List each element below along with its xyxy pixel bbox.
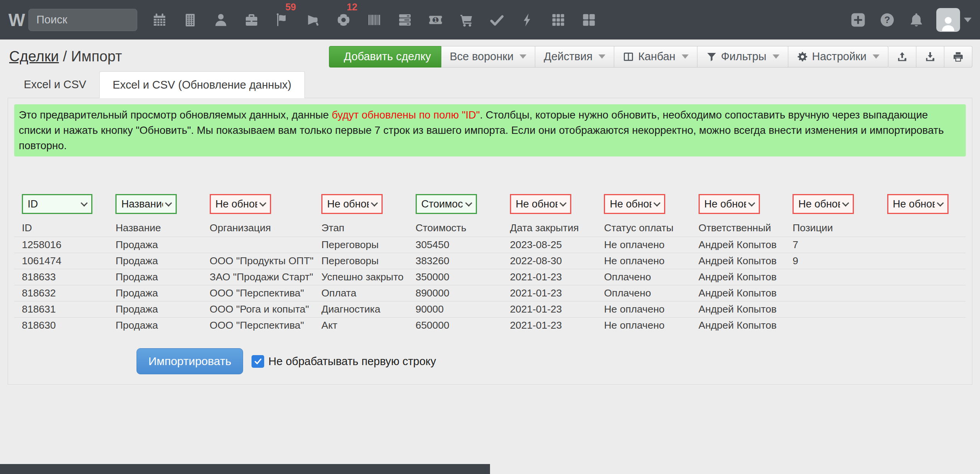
add-square-button[interactable] <box>844 0 873 40</box>
app-logo[interactable]: W <box>8 10 28 30</box>
table-cell: Не оплачено <box>596 253 691 269</box>
table-cell: Андрей Копытов <box>691 285 785 301</box>
chevron-down-icon <box>842 199 849 206</box>
skip-first-row-checkbox[interactable] <box>252 355 264 368</box>
breadcrumb: Сделки / Импорт <box>9 48 122 65</box>
toolbar-button-label: Настройки <box>812 50 867 63</box>
chevron-down-icon <box>259 199 266 206</box>
column-mapping-select-5[interactable]: Стоимость <box>416 194 477 214</box>
table-cell <box>880 253 966 269</box>
column-mapping-select-4[interactable]: Не обновлять <box>321 194 383 214</box>
page-head: Сделки / Импорт Добавить сделку Все воро… <box>0 40 980 71</box>
briefcase-nav-button[interactable] <box>236 0 267 40</box>
megaphone-nav-button[interactable] <box>298 0 328 40</box>
toolbar-button-фильтры[interactable]: Фильтры <box>697 46 788 67</box>
banknote-nav-button[interactable]: 1 <box>420 0 451 40</box>
contact-nav-button[interactable] <box>206 0 236 40</box>
print-button[interactable] <box>944 46 972 67</box>
add-deal-button[interactable]: Добавить сделку <box>329 46 441 67</box>
grid-4-icon <box>581 12 597 28</box>
cart-icon <box>459 12 474 28</box>
column-mapping-select-3[interactable]: Не обновлять <box>210 194 271 214</box>
table-cell: 2021-01-23 <box>502 285 596 301</box>
table-cell: 1061474 <box>14 253 108 269</box>
upload-button[interactable] <box>888 46 916 67</box>
avatar[interactable] <box>936 8 960 32</box>
import-preview-table: IDНазваниеНе обновлятьНе обновлятьСтоимо… <box>14 194 966 333</box>
table-cell: 350000 <box>408 269 502 285</box>
calendar-nav-button[interactable] <box>144 0 175 40</box>
download-button[interactable] <box>916 46 944 67</box>
column-mapping-select-1[interactable]: ID <box>22 194 92 214</box>
add-deal-label: Добавить сделку <box>344 50 431 63</box>
chevron-down-icon <box>773 54 779 59</box>
table-cell: Андрей Копытов <box>691 317 785 333</box>
kanban-icon <box>623 51 634 63</box>
chevron-down-icon <box>599 54 605 59</box>
chevron-down-icon <box>964 18 972 22</box>
column-mapping-select-2[interactable]: Название <box>115 194 177 214</box>
table-cell: 383260 <box>408 253 502 269</box>
table-cell: ООО "Рога и копыта" <box>202 301 314 317</box>
table-cell: Оплачено <box>596 285 691 301</box>
column-mapping-select-9[interactable]: Не обновлять <box>793 194 854 214</box>
toolbar-button-канбан[interactable]: Канбан <box>614 46 697 67</box>
mapping-select-value: Не обновлять <box>327 198 369 210</box>
toolbar-button-действия[interactable]: Действия <box>535 46 614 67</box>
search-input[interactable] <box>28 9 137 31</box>
svg-text:1: 1 <box>434 16 437 23</box>
calendar-icon <box>152 12 167 28</box>
notification-badge: 12 <box>347 2 357 13</box>
table-cell: 2022-08-30 <box>502 253 596 269</box>
print-icon <box>952 51 964 63</box>
chevron-down-icon <box>559 199 566 206</box>
bolt-nav-button[interactable] <box>512 0 543 40</box>
toolbar-button-все-воронки[interactable]: Все воронки <box>441 46 535 67</box>
table-cell: Оплата <box>314 285 408 301</box>
chevron-down-icon <box>873 54 880 59</box>
column-header-cell: Стоимость <box>408 219 502 237</box>
cart-nav-button[interactable] <box>451 0 482 40</box>
column-mapping-select-7[interactable]: Не обновлять <box>604 194 665 214</box>
column-header-cell: Этап <box>314 219 408 237</box>
lifering-nav-button[interactable]: 12 <box>328 0 359 40</box>
server-nav-button[interactable] <box>390 0 420 40</box>
toolbar-button-настройки[interactable]: Настройки <box>788 46 888 67</box>
mapping-select-value: Не обновлять <box>893 198 935 210</box>
mapping-select-value: Не обновлять <box>215 198 257 210</box>
grid-9-nav-button[interactable] <box>543 0 574 40</box>
table-row: 818630ПродажаООО "Перспектива"Акт6500002… <box>14 317 966 333</box>
table-cell: ООО "Перспектива" <box>202 317 314 333</box>
barcode-nav-button[interactable] <box>359 0 390 40</box>
table-row: 1258016ПродажаПереговоры3054502023-08-25… <box>14 237 966 253</box>
import-button[interactable]: Импортировать <box>136 348 243 374</box>
briefcase-icon <box>244 12 259 28</box>
bell-button[interactable] <box>902 0 931 40</box>
column-mapping-select-6[interactable]: Не обновлять <box>510 194 571 214</box>
help-button[interactable]: ? <box>873 0 902 40</box>
table-cell <box>785 317 879 333</box>
column-header-cell: Название <box>108 219 202 237</box>
table-cell: Акт <box>314 317 408 333</box>
contact-icon <box>213 12 229 28</box>
banner-text: Это предварительный просмотр обновляемых… <box>19 109 332 121</box>
table-cell: Продажа <box>108 269 202 285</box>
check-nav-button[interactable] <box>482 0 512 40</box>
tab-excel-csv[interactable]: Excel и CSV <box>11 71 99 98</box>
table-cell: 90000 <box>408 301 502 317</box>
download-icon <box>924 51 936 63</box>
table-cell: 650000 <box>408 317 502 333</box>
table-cell: Не оплачено <box>596 301 691 317</box>
building-nav-button[interactable] <box>175 0 206 40</box>
column-mapping-select-10[interactable]: Не обновлять <box>887 194 949 214</box>
tab-excel-csv-update[interactable]: Excel и CSV (Обновление данных) <box>99 71 305 98</box>
table-cell: 2021-01-23 <box>502 301 596 317</box>
table-cell <box>202 237 314 253</box>
column-mapping-select-8[interactable]: Не обновлять <box>699 194 760 214</box>
check-icon <box>489 12 505 28</box>
breadcrumb-deals-link[interactable]: Сделки <box>9 48 59 64</box>
grid-4-nav-button[interactable] <box>574 0 604 40</box>
user-menu[interactable] <box>936 8 972 32</box>
flag-nav-button[interactable]: 59 <box>267 0 298 40</box>
table-cell: ООО "Перспектива" <box>202 285 314 301</box>
